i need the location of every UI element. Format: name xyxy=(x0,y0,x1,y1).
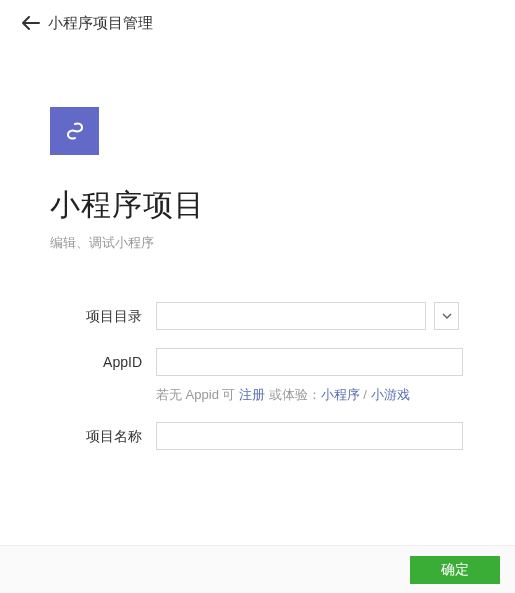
project-name-input[interactable] xyxy=(156,422,463,450)
header-title: 小程序项目管理 xyxy=(48,14,153,33)
project-directory-row: 项目目录 xyxy=(50,302,465,330)
miniprogram-logo-icon xyxy=(50,107,99,155)
page-subtitle: 编辑、调试小程序 xyxy=(50,234,465,252)
header: 小程序项目管理 xyxy=(0,0,515,47)
back-arrow-icon[interactable] xyxy=(22,15,40,33)
project-directory-label: 项目目录 xyxy=(50,302,156,330)
hint-text-sep: / xyxy=(360,387,371,402)
hint-text-middle: 或体验： xyxy=(265,387,321,402)
footer: 确定 xyxy=(0,545,515,593)
project-name-label: 项目名称 xyxy=(50,422,156,450)
project-directory-input[interactable] xyxy=(156,302,426,330)
register-link[interactable]: 注册 xyxy=(239,387,265,402)
appid-hint: 若无 Appid 可 注册 或体验：小程序 / 小游戏 xyxy=(156,386,465,404)
confirm-button[interactable]: 确定 xyxy=(410,556,500,584)
appid-row: AppID 若无 Appid 可 注册 或体验：小程序 / 小游戏 xyxy=(50,348,465,404)
page-title: 小程序项目 xyxy=(50,185,465,226)
chevron-down-icon xyxy=(442,311,452,321)
hint-text-prefix: 若无 Appid 可 xyxy=(156,387,239,402)
appid-label: AppID xyxy=(50,348,156,376)
directory-dropdown-button[interactable] xyxy=(434,302,459,330)
project-form: 项目目录 AppID 若无 Appid 可 注册 或体验：小程序 / 小游戏 xyxy=(50,302,465,450)
miniprogram-link[interactable]: 小程序 xyxy=(321,387,360,402)
content: 小程序项目 编辑、调试小程序 项目目录 AppID 若无 Appid 可 注册 … xyxy=(0,107,515,450)
appid-input[interactable] xyxy=(156,348,463,376)
minigame-link[interactable]: 小游戏 xyxy=(371,387,410,402)
project-name-row: 项目名称 xyxy=(50,422,465,450)
